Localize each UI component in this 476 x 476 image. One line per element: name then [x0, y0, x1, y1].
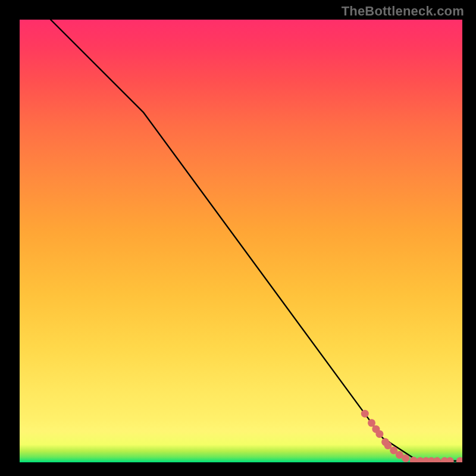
data-marker — [361, 410, 369, 418]
data-marker — [446, 457, 454, 462]
plot-area — [20, 20, 462, 462]
chart-svg — [20, 20, 462, 462]
bottleneck-curve — [51, 20, 462, 461]
data-marker — [368, 419, 375, 427]
chart-frame: TheBottleneck.com — [0, 0, 476, 476]
marker-group — [361, 410, 462, 462]
data-marker — [375, 430, 383, 438]
data-marker — [456, 457, 462, 462]
data-marker — [433, 457, 441, 462]
data-marker — [410, 457, 418, 463]
data-marker — [402, 455, 409, 462]
watermark-text: TheBottleneck.com — [342, 4, 464, 19]
